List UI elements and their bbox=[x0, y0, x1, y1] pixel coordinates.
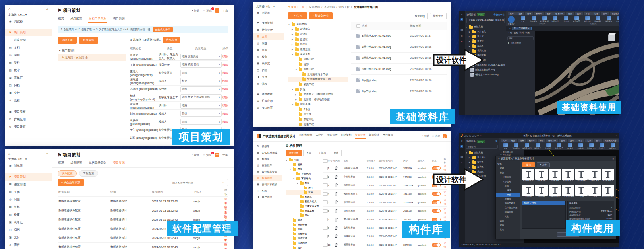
doc-tree-node-9[interactable]: ▼管线工程 bbox=[288, 67, 348, 72]
publish-toggle[interactable]: 公开 bbox=[432, 192, 441, 196]
doc-tree-node-1[interactable]: ▶设计输入 bbox=[288, 27, 348, 32]
pill-1[interactable]: 工程配置 bbox=[79, 170, 98, 177]
download-link[interactable]: 下载 bbox=[224, 194, 227, 200]
sidebar-item-1[interactable]: ☰进度管理 bbox=[5, 181, 52, 188]
sidebar-item-6[interactable]: ▣表单汇 bbox=[5, 218, 52, 226]
major-select[interactable]: 管线˅ bbox=[180, 70, 222, 76]
delete-button[interactable]: 删除 bbox=[331, 150, 342, 156]
major-select[interactable]: 管线˅ bbox=[180, 86, 222, 92]
download-link[interactable]: 下载 bbox=[224, 239, 227, 246]
coop-tree-folder-1[interactable]: ▶设计区 bbox=[466, 160, 498, 165]
component-tree-node-3[interactable]: 上部结构 bbox=[286, 172, 321, 177]
component-card-0[interactable]: 预制桩承台-左 bbox=[522, 169, 534, 184]
ribbon-tab-0[interactable]: 文件 bbox=[501, 139, 509, 142]
component-tree-node-4[interactable]: ▼下部结构 bbox=[286, 176, 321, 181]
doc-tree-node-10[interactable]: 北海路雨污水平纵 bbox=[288, 72, 348, 77]
panel-tab-3[interactable]: 设置 bbox=[525, 31, 530, 34]
component-card-13[interactable]: 组合桩式薄壁墩 bbox=[602, 185, 614, 200]
user-center-icon[interactable]: ◔ bbox=[615, 134, 617, 137]
sidebar-item-5[interactable]: ▧校审 bbox=[5, 66, 52, 74]
axis-icon[interactable]: ⊿ bbox=[509, 27, 511, 30]
component-tree-node-14[interactable]: 道路设施 bbox=[286, 222, 321, 227]
nav-item-4[interactable]: 资源管理 bbox=[355, 133, 366, 139]
file-row[interactable]: 2标中水2024.01.06.dwg2025/04/20 18:36 bbox=[351, 63, 447, 74]
help-button[interactable]: ◔ 帮助 bbox=[422, 134, 429, 138]
avatar[interactable]: g bbox=[443, 134, 447, 138]
component-tree-node-7[interactable]: 承台 bbox=[286, 190, 321, 195]
sidebar-item-4[interactable]: ▦资料 bbox=[5, 59, 52, 66]
tab-1[interactable]: 成员配置 bbox=[70, 15, 83, 23]
row-checkbox[interactable] bbox=[323, 167, 328, 170]
doc-tree-node-8[interactable]: 地形 bbox=[288, 62, 348, 67]
nav-item-2[interactable]: 项目管理 bbox=[327, 133, 338, 139]
org-selector[interactable]: 北海路（友... ▾ bbox=[5, 156, 52, 162]
coop-tree-folder-1[interactable]: ▶设计区 bbox=[466, 34, 505, 39]
tab-3[interactable]: 项目资源 bbox=[112, 15, 125, 23]
ribbon-tab-6[interactable]: 协同 bbox=[559, 139, 567, 142]
remove-link[interactable]: 移除 bbox=[222, 103, 228, 107]
coop-tree-root[interactable]: ▼全部文档 bbox=[466, 150, 498, 155]
create-sub-button[interactable]: 创建子项 bbox=[58, 37, 77, 44]
component-tree-node-9[interactable]: 预应力锚具 bbox=[286, 199, 321, 204]
view-tab[interactable]: 默认三维视图 × bbox=[512, 27, 532, 30]
row-checkbox[interactable] bbox=[323, 235, 328, 238]
dialog-tree-node-8[interactable]: 桥墩库 bbox=[496, 197, 520, 201]
coop-tree-folder-2[interactable]: ▶提资区 bbox=[466, 39, 505, 44]
ribbon-tool-0[interactable]: 登录 bbox=[501, 143, 510, 149]
ribbon-tab-8[interactable]: 平台 bbox=[576, 139, 584, 142]
panel-tab-1[interactable]: 视图 bbox=[514, 31, 518, 34]
remove-link[interactable]: 移除 bbox=[222, 54, 228, 58]
layers-icon[interactable]: ▤ bbox=[460, 156, 463, 159]
sidebar-item-1[interactable]: ☰进度管理 bbox=[5, 36, 52, 44]
search-icon[interactable]: ⌕ bbox=[219, 180, 228, 185]
sidebar-footer-item-1[interactable]: ⊞扩展应用 bbox=[5, 115, 52, 123]
home-icon[interactable]: ⌂ bbox=[8, 7, 10, 11]
config-search-input[interactable] bbox=[170, 181, 219, 184]
dialog-tree-node-2[interactable]: 桥梁 bbox=[496, 171, 520, 175]
breadcrumb-item[interactable]: 管线工程 bbox=[339, 5, 350, 9]
sidebar-footer-item-2[interactable]: ⚙项目设置 bbox=[253, 104, 284, 111]
w4-sidebar-item-2[interactable]: ▤数维库 bbox=[253, 156, 282, 162]
sidebar-item-4[interactable]: ▦资料 bbox=[5, 203, 52, 211]
panel-icon[interactable]: ▣ bbox=[460, 18, 463, 21]
doc-tree-node-6[interactable]: ▼基础资料 bbox=[288, 52, 348, 57]
sidebar-item-8[interactable]: ◨交付 bbox=[5, 89, 52, 97]
ribbon-tab-7[interactable]: 编辑 bbox=[575, 12, 583, 15]
flow-icon[interactable]: ⋔ bbox=[461, 34, 463, 37]
component-card-3[interactable]: 预制桩承台-右 bbox=[562, 169, 574, 184]
sidebar-item-1[interactable]: ☰进度管理 bbox=[253, 26, 284, 33]
w4-sidebar-item-6[interactable]: ▣资料共享模板 bbox=[253, 181, 282, 188]
ribbon-tool-1[interactable]: 资源管理 bbox=[529, 16, 538, 22]
ribbon-tool-6[interactable]: 地形查看 bbox=[582, 16, 592, 22]
add-from-library-button[interactable]: + 从企业库添加 bbox=[58, 179, 84, 186]
tab-0[interactable]: 概况 bbox=[58, 15, 64, 23]
row-checkbox[interactable] bbox=[323, 192, 328, 196]
sidebar-item-5[interactable]: ▧校审 bbox=[253, 53, 284, 60]
ribbon-tool-1[interactable]: 资源管理 bbox=[511, 143, 521, 149]
layers-icon[interactable]: ▤ bbox=[460, 29, 463, 32]
panel-tab-0[interactable]: 工程 bbox=[508, 31, 512, 34]
component-card-11[interactable]: 三柱墩 bbox=[575, 185, 588, 200]
new-folder-button[interactable]: + 新建文件夹 bbox=[309, 12, 333, 19]
remove-link[interactable]: 移除 bbox=[222, 63, 228, 67]
doc-tree-node-13[interactable]: ▼其他 bbox=[288, 87, 348, 92]
ribbon-tab-10[interactable]: 输出 bbox=[594, 139, 602, 142]
home-icon[interactable]: ⌂ bbox=[8, 152, 10, 156]
sidebar-item-browser[interactable]: ◉ 浏览器 bbox=[5, 162, 52, 169]
sidebar-footer-item-2[interactable]: ⚙项目设置 bbox=[5, 123, 52, 130]
major-select[interactable]: 管线˅ bbox=[180, 119, 222, 125]
ribbon-tool-6[interactable]: HW集成 bbox=[565, 143, 574, 149]
sidebar-footer-item-0[interactable]: ▣项目看板 bbox=[253, 91, 284, 97]
sidebar-footer-item-0[interactable]: ▣项目看板 bbox=[5, 108, 52, 115]
publish-toggle[interactable]: 公开 bbox=[432, 200, 441, 204]
collapse-icon[interactable]: « bbox=[46, 152, 48, 156]
ribbon-tab-11[interactable]: 资源集成共享 bbox=[610, 12, 619, 15]
component-tree-node-13[interactable]: 隧道 bbox=[286, 218, 321, 223]
dialog-tree-node-7[interactable]: 承台 bbox=[496, 193, 520, 197]
component-tree-node-18[interactable]: 公路构件 bbox=[286, 241, 321, 246]
assign-member-button[interactable]: 分配人员 bbox=[163, 37, 180, 43]
row-checkbox[interactable] bbox=[323, 183, 328, 187]
component-card-6[interactable]: 带小桩承台-左 bbox=[602, 169, 614, 184]
ribbon-tab-10[interactable]: 输出 bbox=[601, 12, 609, 15]
ribbon-tool-7[interactable]: 模型捕捉 bbox=[593, 16, 603, 22]
